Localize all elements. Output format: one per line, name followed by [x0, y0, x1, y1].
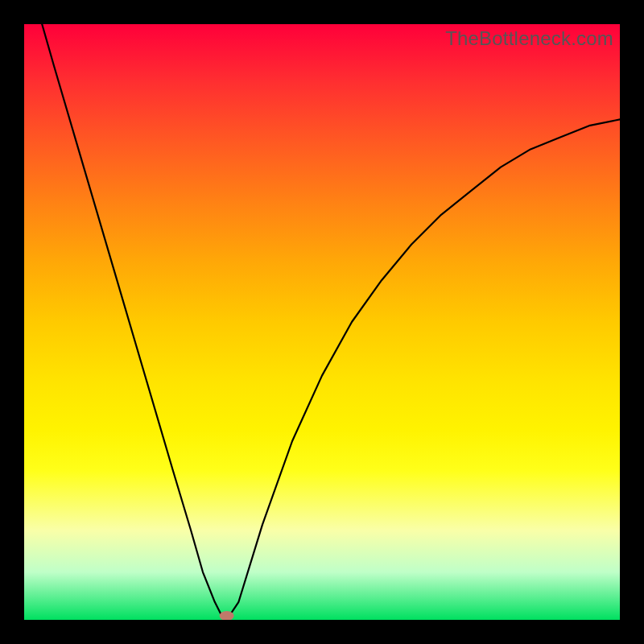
plot-area: TheBottleneck.com — [24, 24, 620, 620]
curve-path — [42, 24, 620, 620]
chart-frame: TheBottleneck.com — [0, 0, 644, 644]
bottleneck-curve — [24, 24, 620, 620]
